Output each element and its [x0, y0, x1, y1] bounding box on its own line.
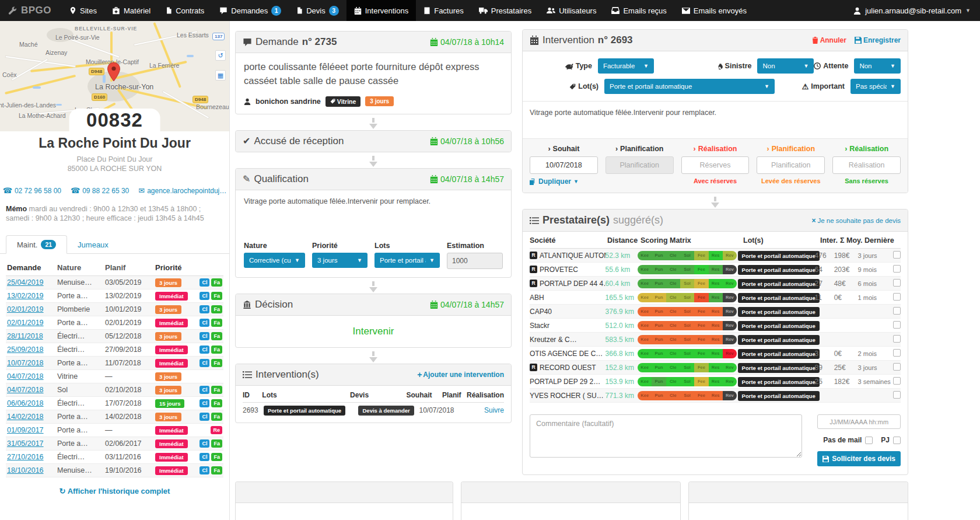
sinistre-dropdown[interactable]: Non▼ [757, 58, 814, 74]
nav-item-utilisateurs[interactable]: Utilisateurs [539, 0, 604, 21]
enregistrer-button[interactable]: Enregistrer [855, 36, 901, 44]
nav-item-materiel[interactable]: Matériel [104, 0, 158, 21]
maintenance-row: 04/07/2018Sol02/10/20183 joursClFa [6, 383, 223, 397]
scoring-segment: Res [709, 391, 723, 400]
demande-body: porte coulissante fêléeet porte fournitu… [236, 53, 511, 94]
nature-cell: Porte a… [57, 292, 105, 300]
priorite-cell: 3 jours [155, 372, 198, 381]
lots-dropdown[interactable]: Porte et portail a▼ [374, 253, 440, 268]
demande-date-link[interactable]: 01/09/2017 [6, 426, 57, 434]
map-layers-control[interactable]: ▦ [215, 70, 226, 81]
scoring-segment: Sol [680, 377, 694, 386]
important-dropdown[interactable]: Pas spécialem▼ [850, 79, 901, 94]
dupliquer-link[interactable]: Dupliquer▼ [530, 177, 598, 186]
no-devis-link[interactable]: ×Je ne souhaite pas de devis [811, 217, 901, 225]
distance-cell: 771.3 km [606, 392, 638, 400]
add-intervention-link[interactable]: +Ajouter une intervention [417, 370, 504, 379]
status-badge: Cl [200, 399, 209, 407]
intervention-description[interactable]: Vitrage porte automatique fêlée.Interven… [523, 101, 908, 138]
nav-item-emails-envoyes[interactable]: Emails envoyés [674, 0, 754, 21]
pj-checkbox[interactable] [893, 437, 901, 444]
tab-jumeaux[interactable]: Jumeaux [67, 236, 119, 253]
demande-date-link[interactable]: 02/01/2019 [6, 305, 57, 313]
demande-date-link[interactable]: 31/05/2017 [6, 439, 57, 448]
demande-date-link[interactable]: 14/02/2018 [6, 413, 57, 421]
priorite-cell: Immédiat [155, 292, 198, 300]
status-badge: Fa [211, 345, 222, 354]
user-menu[interactable]: julien.arnaud@sib-retail.com ▼ [844, 0, 980, 21]
solliciter-devis-button[interactable]: Solliciter des devis [817, 451, 901, 466]
demande-date-link[interactable]: 04/07/2018 [6, 372, 57, 381]
demande-date-link[interactable]: 27/10/2016 [6, 453, 57, 461]
scoring-segment: Pun [652, 251, 666, 260]
chevron-down-icon: ▼ [764, 83, 769, 89]
history-link[interactable]: ↻ Afficher l'historique complet [0, 487, 229, 495]
intervention-lots-dropdown[interactable]: Porte et portail automatique▼ [604, 79, 775, 94]
prestataire-checkbox[interactable] [893, 335, 901, 343]
demande-date-link[interactable]: 25/09/2018 [6, 345, 57, 354]
brand[interactable]: BPGO [0, 0, 62, 21]
prestataire-checkbox[interactable] [893, 321, 901, 329]
tag-icon [569, 83, 576, 90]
nav-item-contrats[interactable]: Contrats [158, 0, 212, 21]
nav-item-factures[interactable]: Factures [416, 0, 471, 21]
prestataire-checkbox[interactable] [893, 391, 901, 399]
prestataire-checkbox[interactable] [893, 293, 901, 301]
intervention-dates: ›Souhait Dupliquer▼ ›Planification ›Réal… [523, 138, 908, 193]
priorite-dropdown[interactable]: 3 jours▼ [312, 253, 368, 268]
phone-link-1[interactable]: ☎02 72 96 58 00 [3, 187, 61, 195]
nature-dropdown[interactable]: Corrective (curat▼ [244, 253, 305, 268]
nav-label: Demandes [231, 6, 268, 15]
inter-cell: 27 [815, 280, 834, 288]
comment-textarea[interactable] [530, 414, 802, 458]
status-badge: Cl [200, 332, 209, 340]
truck-icon [479, 7, 488, 14]
tab-maint[interactable]: Maint. 21 [6, 235, 67, 254]
realisation-input[interactable] [832, 156, 901, 174]
no-mail-checkbox[interactable] [865, 437, 873, 444]
devis-count-badge: 3 [329, 6, 339, 16]
demande-date-link[interactable]: 25/04/2019 [6, 278, 57, 287]
prestataire-checkbox[interactable] [893, 363, 901, 371]
inter-cell: 3 [815, 350, 834, 358]
attente-dropdown[interactable]: Non▼ [854, 58, 901, 74]
demande-date-link[interactable]: 18/10/2016 [6, 466, 57, 474]
scoring-segment: Sol [680, 321, 694, 330]
annuler-button[interactable]: Annuler [812, 36, 846, 44]
nav-item-prestataires[interactable]: Prestataires [471, 0, 539, 21]
demande-date-link[interactable]: 06/06/2018 [6, 399, 57, 407]
derniere-cell: 3 jours [858, 252, 893, 259]
souhait-date-input[interactable] [530, 156, 598, 174]
users-icon [547, 7, 555, 14]
email-link[interactable]: ✉agence.larochepointduj… [138, 187, 226, 195]
reserves-input[interactable] [681, 156, 750, 174]
suivre-link[interactable]: Suivre [484, 406, 504, 414]
devis-date-input[interactable] [817, 414, 901, 429]
estimation-input[interactable] [447, 253, 503, 269]
type-dropdown[interactable]: Facturable▼ [598, 58, 654, 74]
prestataire-checkbox[interactable] [893, 251, 901, 259]
map-refresh-control[interactable]: ↺ [215, 50, 226, 61]
prestataire-checkbox[interactable] [893, 265, 901, 273]
demande-date-link[interactable]: 28/11/2018 [6, 332, 57, 340]
prestataire-checkbox[interactable] [893, 279, 901, 287]
status-badge: Cl [200, 439, 209, 448]
prestataire-checkbox[interactable] [893, 307, 901, 315]
demande-date-link[interactable]: 02/01/2019 [6, 319, 57, 327]
prestataire-checkbox[interactable] [893, 349, 901, 357]
prestataires-title: Prestataire(s) [542, 214, 610, 226]
prestataire-checkbox[interactable] [893, 377, 901, 385]
demande-date-link[interactable]: 10/07/2018 [6, 359, 57, 367]
nav-item-emails-recus[interactable]: Emails reçus [604, 0, 674, 21]
site-map[interactable]: BELLEVILLE-SUR-VIE Le Poiré-sur-Vie Les … [0, 21, 229, 131]
nav-item-devis[interactable]: Devis 3 [289, 0, 346, 21]
nav-item-interventions[interactable]: Interventions [346, 0, 416, 21]
nav-item-demandes[interactable]: Demandes 1 [212, 0, 289, 21]
nav-item-sites[interactable]: Sites [62, 0, 104, 21]
phone-link-2[interactable]: ☎09 88 22 65 30 [71, 187, 129, 195]
memo-label: Mémo [6, 205, 27, 213]
planification2-input[interactable] [757, 156, 825, 174]
status-badge: Fa [211, 466, 222, 474]
demande-date-link[interactable]: 04/07/2018 [6, 386, 57, 394]
demande-date-link[interactable]: 13/02/2019 [6, 292, 57, 300]
